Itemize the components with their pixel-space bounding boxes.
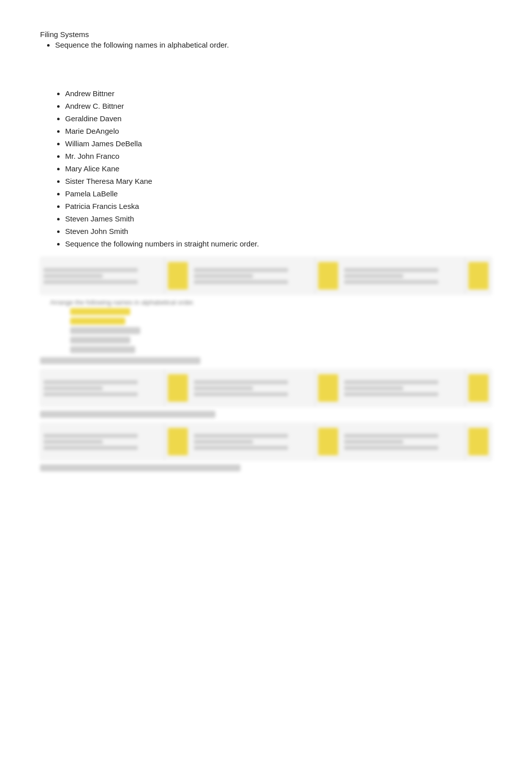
list-item: Marie DeAngelo bbox=[65, 127, 492, 135]
highlight-box bbox=[318, 262, 338, 290]
cell-line bbox=[44, 268, 138, 272]
list-item: Mr. John Franco bbox=[65, 152, 492, 160]
blurred-cell bbox=[191, 257, 315, 294]
highlight-box bbox=[168, 262, 188, 290]
blurred-content: Arrange the following names in alphabeti… bbox=[40, 257, 492, 471]
list-item: Mary Alice Kane bbox=[65, 164, 492, 173]
highlight-box bbox=[318, 428, 338, 455]
blurred-table-row-1 bbox=[40, 257, 492, 295]
page-container: Filing Systems Sequence the following na… bbox=[40, 30, 492, 471]
cell-line bbox=[194, 386, 253, 390]
cell-line bbox=[44, 386, 103, 390]
list-item: Andrew Bittner bbox=[65, 89, 492, 98]
blurred-cell bbox=[191, 423, 315, 460]
blurred-table-row-3 bbox=[40, 423, 492, 460]
cell-line bbox=[44, 280, 138, 284]
blurred-sub-item bbox=[70, 308, 130, 315]
list-item: Andrew C. Bittner bbox=[65, 102, 492, 110]
list-item: Sequence the following numbers in straig… bbox=[65, 239, 492, 248]
highlight-box bbox=[468, 374, 488, 402]
cell-line bbox=[194, 440, 253, 444]
blurred-text-1: Arrange the following names in alphabeti… bbox=[40, 299, 492, 306]
cell-line bbox=[344, 386, 403, 390]
cell-line bbox=[194, 280, 288, 284]
intro-bullet: Sequence the following names in alphabet… bbox=[55, 41, 492, 49]
blurred-sub-item bbox=[70, 327, 140, 334]
cell-line bbox=[44, 392, 138, 396]
blurred-cell bbox=[41, 423, 165, 460]
blurred-cell bbox=[41, 257, 165, 294]
list-item: Steven James Smith bbox=[65, 214, 492, 223]
highlight-box bbox=[168, 374, 188, 402]
blurred-sub-list bbox=[70, 308, 492, 353]
section-header: Filing Systems Sequence the following na… bbox=[40, 30, 492, 49]
names-list: Andrew Bittner Andrew C. Bittner Geraldi… bbox=[65, 89, 492, 248]
blurred-text-4 bbox=[40, 464, 240, 471]
blurred-text-3 bbox=[40, 411, 215, 418]
cell-line bbox=[194, 380, 288, 384]
cell-line bbox=[44, 380, 138, 384]
blurred-cell bbox=[341, 257, 465, 294]
blurred-cell bbox=[191, 370, 315, 406]
blurred-cell bbox=[341, 370, 465, 406]
cell-line bbox=[344, 280, 438, 284]
list-item: Pamela LaBelle bbox=[65, 189, 492, 198]
cell-line bbox=[344, 274, 403, 278]
list-item: Sister Theresa Mary Kane bbox=[65, 177, 492, 185]
cell-line bbox=[344, 446, 438, 450]
blurred-cell bbox=[41, 370, 165, 406]
highlight-box bbox=[168, 428, 188, 455]
blurred-sub-item bbox=[70, 318, 125, 325]
cell-line bbox=[44, 434, 138, 438]
blurred-sub-item bbox=[70, 346, 135, 353]
cell-line bbox=[194, 446, 288, 450]
list-item: Steven John Smith bbox=[65, 227, 492, 235]
cell-line bbox=[44, 440, 103, 444]
blurred-table-row-2 bbox=[40, 369, 492, 407]
list-item: Patricia Francis Leska bbox=[65, 202, 492, 210]
blurred-sub-item bbox=[70, 337, 130, 344]
highlight-box bbox=[468, 428, 488, 455]
list-item: William James DeBella bbox=[65, 139, 492, 148]
cell-line bbox=[194, 434, 288, 438]
highlight-box bbox=[318, 374, 338, 402]
cell-line bbox=[44, 446, 138, 450]
blurred-text-2 bbox=[40, 357, 200, 364]
cell-line bbox=[344, 440, 403, 444]
cell-line bbox=[344, 392, 438, 396]
cell-line bbox=[44, 274, 103, 278]
cell-line bbox=[194, 274, 253, 278]
section-title: Filing Systems bbox=[40, 30, 492, 39]
cell-line bbox=[344, 434, 438, 438]
cell-line bbox=[344, 268, 438, 272]
cell-line bbox=[194, 392, 288, 396]
cell-line bbox=[194, 268, 288, 272]
blurred-cell bbox=[341, 423, 465, 460]
cell-line bbox=[344, 380, 438, 384]
highlight-box bbox=[468, 262, 488, 290]
list-item: Geraldine Daven bbox=[65, 114, 492, 123]
